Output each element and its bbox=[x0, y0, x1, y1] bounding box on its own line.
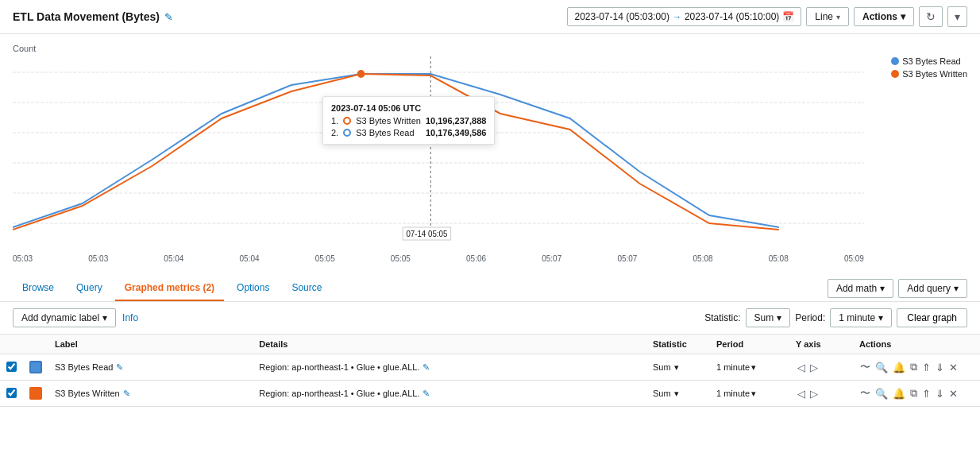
row2-period-cell: 1 minute ▾ bbox=[710, 381, 789, 407]
tab-options[interactable]: Options bbox=[227, 276, 279, 301]
tooltip-item-written: 1. S3 Bytes Written 10,196,237,888 bbox=[331, 116, 486, 126]
date-start: 2023-07-14 (05:03:00) bbox=[574, 11, 669, 22]
add-query-button[interactable]: Add query ▾ bbox=[898, 279, 967, 298]
row2-down-icon[interactable]: ⇓ bbox=[935, 387, 945, 400]
metrics-table: Label Details Statistic Period Y axis Ac… bbox=[0, 335, 980, 407]
row2-search-icon[interactable]: 🔍 bbox=[874, 387, 889, 400]
chart-type-select[interactable]: Line ▾ bbox=[806, 7, 849, 26]
row2-row-actions: 〜 🔍 🔔 ⧉ ⇑ ⇓ ✕ bbox=[859, 385, 974, 401]
row1-yaxis-right[interactable]: ▷ bbox=[808, 361, 820, 374]
x-axis: 05:03 05:03 05:04 05:04 05:05 05:05 05:0… bbox=[13, 254, 864, 263]
period-chevron: ▾ bbox=[878, 312, 883, 323]
row1-graph-icon[interactable]: 〜 bbox=[859, 359, 871, 375]
row2-details-area: Region: ap-northeast-1 • Glue • glue.ALL… bbox=[259, 389, 640, 399]
row2-label-cell: S3 Bytes Written ✎ bbox=[48, 381, 253, 407]
refresh-button[interactable]: ↻ bbox=[919, 6, 943, 27]
row1-yaxis-left[interactable]: ◁ bbox=[796, 361, 807, 374]
row2-details: Region: ap-northeast-1 • Glue • glue.ALL… bbox=[259, 389, 419, 398]
row1-checkbox-cell bbox=[0, 354, 23, 381]
title-area: ETL Data Movement (Bytes) ✎ bbox=[13, 10, 561, 23]
info-label[interactable]: Info bbox=[122, 312, 138, 323]
tab-source[interactable]: Source bbox=[282, 276, 331, 301]
row1-bell-icon[interactable]: 🔔 bbox=[892, 361, 906, 374]
row2-label-with-edit: S3 Bytes Written ✎ bbox=[55, 389, 246, 399]
legend-dot-written bbox=[891, 70, 899, 78]
add-math-button[interactable]: Add math ▾ bbox=[828, 279, 893, 298]
col-header-label: Label bbox=[48, 335, 253, 354]
tooltip-rank-1: 1. bbox=[331, 116, 338, 126]
period-label: Period: bbox=[795, 312, 825, 323]
date-range-arrow: → bbox=[673, 12, 681, 21]
row1-period-chevron[interactable]: ▾ bbox=[751, 362, 756, 373]
row1-swatch-cell bbox=[23, 354, 48, 381]
legend-item-read: S3 Bytes Read bbox=[891, 56, 967, 66]
row2-period-chevron[interactable]: ▾ bbox=[751, 389, 756, 399]
title-edit-icon[interactable]: ✎ bbox=[164, 11, 173, 23]
row2-yaxis-left[interactable]: ◁ bbox=[796, 387, 807, 400]
row2-graph-icon[interactable]: 〜 bbox=[859, 385, 871, 401]
row2-up-icon[interactable]: ⇑ bbox=[921, 387, 932, 400]
date-end: 2023-07-14 (05:10:00) bbox=[685, 11, 779, 22]
add-dynamic-label-button[interactable]: Add dynamic label ▾ bbox=[13, 308, 116, 327]
row1-details-cell: Region: ap-northeast-1 • Glue • glue.ALL… bbox=[253, 354, 646, 381]
row2-yaxis-right[interactable]: ▷ bbox=[808, 387, 820, 400]
calendar-icon: 📅 bbox=[782, 11, 794, 22]
row2-swatch-cell bbox=[23, 381, 48, 407]
row1-yaxis-cell: ◁ ▷ bbox=[789, 354, 853, 381]
tooltip-value-written: 10,196,237,888 bbox=[426, 116, 486, 126]
col-header-yaxis: Y axis bbox=[789, 335, 853, 354]
statistic-select[interactable]: Sum ▾ bbox=[746, 308, 791, 327]
chart-legend: S3 Bytes Read S3 Bytes Written bbox=[891, 56, 967, 79]
add-math-chevron: ▾ bbox=[880, 283, 885, 294]
tooltip-circle-written bbox=[343, 117, 351, 125]
col-header-check bbox=[0, 335, 23, 354]
row2-statistic: Sum bbox=[653, 389, 671, 398]
row2-details-edit-icon[interactable]: ✎ bbox=[422, 389, 430, 399]
more-options-button[interactable]: ▾ bbox=[947, 6, 967, 27]
row2-yaxis-controls: ◁ ▷ bbox=[796, 387, 847, 400]
row1-delete-icon[interactable]: ✕ bbox=[948, 361, 959, 374]
tooltip-item-read: 2. S3 Bytes Read 10,176,349,586 bbox=[331, 128, 486, 137]
row2-period-area: 1 minute ▾ bbox=[716, 389, 783, 399]
row1-actions-cell: 〜 🔍 🔔 ⧉ ⇑ ⇓ ✕ bbox=[853, 354, 980, 381]
row1-statistic: Sum bbox=[653, 362, 671, 372]
add-query-chevron: ▾ bbox=[954, 283, 959, 294]
tooltip-circle-read bbox=[343, 129, 351, 137]
row2-edit-icon[interactable]: ✎ bbox=[123, 389, 130, 399]
row1-stat-area: Sum ▾ bbox=[653, 362, 704, 373]
col-header-color bbox=[23, 335, 48, 354]
row2-bell-icon[interactable]: 🔔 bbox=[892, 387, 906, 400]
row2-stat-chevron[interactable]: ▾ bbox=[674, 389, 679, 399]
row1-edit-icon[interactable]: ✎ bbox=[116, 362, 123, 373]
date-range-picker[interactable]: 2023-07-14 (05:03:00) → 2023-07-14 (05:1… bbox=[567, 7, 801, 26]
clear-graph-button[interactable]: Clear graph bbox=[897, 308, 967, 327]
row1-down-icon[interactable]: ⇓ bbox=[935, 361, 945, 374]
row1-checkbox[interactable] bbox=[6, 362, 17, 372]
row2-actions-cell: 〜 🔍 🔔 ⧉ ⇑ ⇓ ✕ bbox=[853, 381, 980, 407]
row1-up-icon[interactable]: ⇑ bbox=[921, 361, 932, 374]
tab-graphed-metrics[interactable]: Graphed metrics (2) bbox=[115, 276, 224, 301]
row1-stat-chevron[interactable]: ▾ bbox=[674, 362, 679, 373]
period-select[interactable]: 1 minute ▾ bbox=[830, 308, 892, 327]
statistic-chevron: ▾ bbox=[777, 312, 781, 323]
row2-copy-icon[interactable]: ⧉ bbox=[909, 386, 918, 400]
tooltip-value-read: 10,176,349,586 bbox=[426, 128, 486, 137]
tab-query[interactable]: Query bbox=[67, 276, 112, 301]
actions-button[interactable]: Actions ▾ bbox=[854, 7, 914, 26]
row1-details: Region: ap-northeast-1 • Glue • glue.ALL… bbox=[259, 362, 419, 372]
col-header-period: Period bbox=[710, 335, 789, 354]
row1-label-cell: S3 Bytes Read ✎ bbox=[48, 354, 253, 381]
row1-details-edit-icon[interactable]: ✎ bbox=[422, 362, 430, 373]
statistic-area: Statistic: Sum ▾ Period: 1 minute ▾ Clea… bbox=[704, 308, 967, 327]
row1-search-icon[interactable]: 🔍 bbox=[874, 361, 889, 374]
actions-chevron-icon: ▾ bbox=[901, 11, 905, 22]
chart-container: S3 Bytes Read S3 Bytes Written 10.2G 8.0… bbox=[13, 56, 967, 263]
row1-copy-icon[interactable]: ⧉ bbox=[909, 360, 918, 374]
tab-browse[interactable]: Browse bbox=[13, 276, 64, 301]
svg-text:07-14 05:05: 07-14 05:05 bbox=[406, 230, 447, 238]
row1-period: 1 minute bbox=[716, 362, 750, 372]
row2-delete-icon[interactable]: ✕ bbox=[948, 387, 959, 400]
row2-checkbox[interactable] bbox=[6, 388, 17, 398]
col-header-statistic: Statistic bbox=[646, 335, 710, 354]
tooltip-rank-2: 2. bbox=[331, 128, 338, 137]
